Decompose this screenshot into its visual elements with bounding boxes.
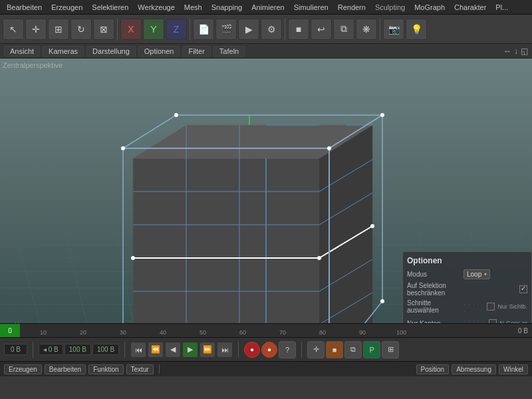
btn-to-end[interactable]: ⏭ (217, 342, 233, 358)
btn-funktion[interactable]: Funktion (88, 364, 123, 374)
selektion-checkbox[interactable] (519, 285, 527, 293)
timeline-end: 0 B (514, 324, 532, 337)
btn-info[interactable]: ? (279, 341, 296, 358)
modus-dropdown[interactable]: Loop ▾ (464, 269, 490, 279)
tool-clone[interactable]: ⧉ (333, 19, 354, 40)
menu-werkzeuge[interactable]: Werkzeuge (134, 2, 178, 13)
modus-row: Modus Loop ▾ (407, 269, 527, 279)
btn-record2[interactable]: ● (261, 342, 277, 358)
record-controls: ● ● ? (243, 341, 297, 358)
ngons-label: N-Gons er (499, 320, 527, 323)
tool-light[interactable]: 💡 (406, 19, 427, 40)
btn-next-frame[interactable]: ⏩ (200, 342, 215, 358)
svg-point-54 (131, 256, 135, 260)
view-optionen[interactable]: Optionen (138, 46, 180, 57)
view-icon-arrows[interactable]: ↔ (503, 47, 511, 56)
timeline-ruler[interactable]: 10 20 30 40 50 60 70 80 90 100 (20, 324, 514, 337)
status-sep-1 (159, 364, 160, 374)
display-back[interactable]: ◂ 0 B (39, 344, 63, 355)
svg-point-49 (380, 113, 384, 117)
btn-to-start[interactable]: ⏮ (130, 342, 146, 358)
tool-scale[interactable]: ⊞ (48, 19, 69, 40)
view-icon-down[interactable]: ↓ (514, 47, 518, 56)
tool-axis-y[interactable]: Y (143, 19, 164, 40)
tool-transform[interactable]: ⊠ (93, 19, 114, 40)
tool-deform[interactable]: ❋ (356, 19, 377, 40)
btn-green[interactable]: P (363, 341, 380, 358)
kanten-checkbox[interactable] (489, 319, 497, 323)
tool-axis-z[interactable]: Z (166, 19, 187, 40)
options-title: Optionen (407, 256, 527, 265)
toolbar: ↖ ✛ ⊞ ↻ ⊠ X Y Z 📄 🎬 ▶ ⚙ ■ ↩ ⧉ ❋ 📷 💡 (0, 15, 532, 44)
btn-play[interactable]: ▶ (182, 342, 198, 358)
menu-mesh[interactable]: Mesh (180, 2, 206, 13)
tool-camera[interactable]: 📷 (383, 19, 404, 40)
schnitte-label: Schnitte auswählen (407, 299, 464, 314)
tool-rotate[interactable]: ↻ (70, 19, 92, 40)
transport-bar: 0 B ◂ 0 B 100 B 100 B ⏮ ⏪ ◀ ▶ ⏩ ⏭ ● ● ? … (0, 338, 532, 362)
tool-cube[interactable]: ■ (288, 19, 309, 40)
toolbar-separator-1 (117, 19, 118, 40)
menu-selektieren[interactable]: Selektieren (88, 2, 132, 13)
view-right-controls: ↔ ↓ ◱ (503, 47, 528, 56)
tool-axis-x[interactable]: X (120, 19, 142, 40)
menu-sculpting[interactable]: Sculpting (371, 2, 409, 13)
transport-sep-3 (238, 342, 239, 358)
view-kameras[interactable]: Kameras (43, 46, 84, 57)
tick-80: 80 (319, 329, 326, 336)
toolbar-separator-2 (190, 19, 190, 40)
btn-position[interactable]: Position (416, 364, 450, 374)
menu-charakter[interactable]: Charakter (450, 2, 490, 13)
viewport-3d[interactable]: X Y Zentralperspektive Optionen Modus Lo… (0, 59, 532, 323)
menu-simulieren[interactable]: Simulieren (290, 2, 332, 13)
tick-40: 40 (160, 329, 166, 336)
tool-rendersettings[interactable]: ⚙ (261, 19, 282, 40)
btn-orange[interactable]: ■ (326, 341, 343, 358)
tool-bend[interactable]: ↩ (311, 19, 332, 40)
menu-erzeugen[interactable]: Erzeugen (47, 2, 86, 13)
svg-point-56 (370, 224, 374, 228)
btn-snap[interactable]: ✛ (307, 341, 325, 358)
btn-winkel[interactable]: Winkel (499, 364, 528, 374)
menu-snapping[interactable]: Snapping (207, 2, 247, 13)
btn-erzeugen[interactable]: Erzeugen (4, 364, 42, 374)
view-tafeln[interactable]: Tafeln (213, 46, 245, 57)
btn-prev-frame[interactable]: ⏪ (148, 342, 164, 358)
timeline: 0 10 20 30 40 50 60 70 80 90 100 0 B (0, 323, 532, 338)
tool-select-arrow[interactable]: ↖ (3, 19, 24, 40)
view-darstellung[interactable]: Darstellung (86, 46, 136, 57)
tool-frame[interactable]: 🎬 (215, 19, 237, 40)
btn-play-back[interactable]: ◀ (165, 342, 181, 358)
status-right: Position Abmessung Winkel (416, 364, 528, 374)
options-panel: Optionen Modus Loop ▾ Auf Selektion besc… (402, 251, 532, 323)
btn-textur[interactable]: Textur (126, 364, 154, 374)
menu-more[interactable]: Pl... (491, 2, 512, 13)
svg-marker-22 (133, 158, 319, 323)
btn-abmessung[interactable]: Abmessung (452, 364, 496, 374)
menu-bearbeiten[interactable]: Bearbeiten (3, 2, 46, 13)
menu-mograph[interactable]: MoGraph (410, 2, 449, 13)
btn-record[interactable]: ● (244, 342, 260, 358)
display-total[interactable]: 100 B (92, 344, 119, 355)
btn-grid[interactable]: ⊞ (382, 341, 399, 358)
schnitte-checkbox[interactable] (487, 303, 495, 311)
tool-move[interactable]: ✛ (25, 19, 47, 40)
view-icon-frame[interactable]: ◱ (521, 47, 528, 56)
btn-clone[interactable]: ⧉ (344, 341, 362, 358)
menu-animieren[interactable]: Animieren (247, 2, 289, 13)
tool-new-scene[interactable]: 📄 (193, 19, 214, 40)
display-end[interactable]: 100 B (65, 344, 91, 355)
modus-label: Modus (407, 271, 464, 278)
transport-displays2: ◂ 0 B 100 B 100 B (37, 344, 120, 355)
menu-rendern[interactable]: Rendern (334, 2, 370, 13)
view-ansicht[interactable]: Ansicht (4, 46, 40, 57)
transport-sep-1 (33, 342, 33, 358)
view-filter[interactable]: Filter (182, 46, 210, 57)
tick-20: 20 (80, 329, 86, 336)
transport-sep-2 (124, 342, 125, 358)
btn-bearbeiten[interactable]: Bearbeiten (45, 364, 86, 374)
tool-render[interactable]: ▶ (238, 19, 259, 40)
kanten-row: Nur Kanten . . . . . . . . N-Gons er (407, 317, 527, 323)
svg-point-55 (317, 256, 321, 260)
display-frame[interactable]: 0 B (4, 344, 27, 355)
